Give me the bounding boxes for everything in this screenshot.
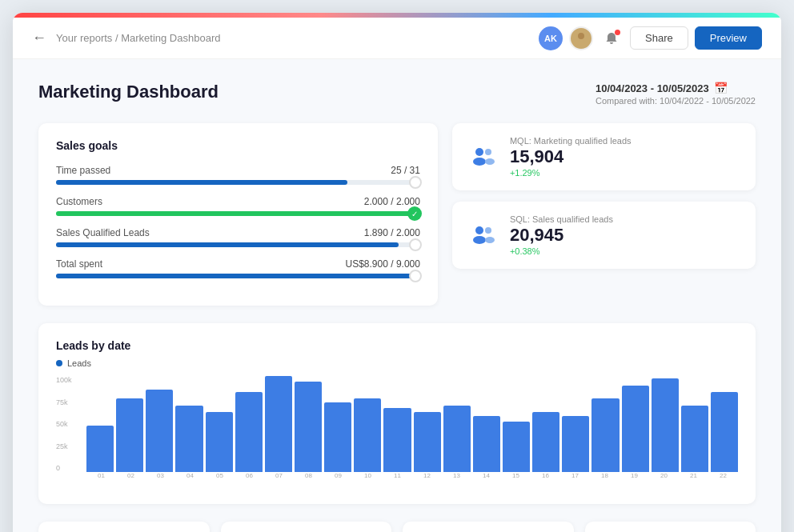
mql-icon: [468, 142, 499, 172]
sql-info: SQL: Sales qualified leads 20,945 +0.38%: [510, 214, 613, 256]
bar-col: [324, 376, 351, 472]
svg-point-3: [473, 158, 486, 166]
y-label: 75k: [56, 398, 85, 406]
x-label: 12: [412, 472, 442, 488]
bar: [532, 412, 559, 472]
x-label: 19: [620, 472, 649, 488]
bar: [175, 406, 203, 472]
bar: [562, 416, 589, 472]
goal-row: Time passed25 / 31: [56, 165, 420, 185]
bar-col: [591, 376, 619, 472]
share-button[interactable]: Share: [630, 26, 688, 50]
x-label: 07: [264, 472, 294, 488]
bar: [503, 422, 530, 472]
top-cards-row: Sales goals Time passed25 / 31Customers2…: [38, 123, 756, 306]
date-range[interactable]: 10/04/2023 - 10/05/2023 📅 Compared with:…: [596, 82, 756, 106]
x-label: 21: [679, 472, 708, 488]
y-label: 25k: [56, 442, 85, 450]
bottom-metric-card: Total spentUS$ 50,345+4.84%: [403, 522, 574, 532]
goals-container: Time passed25 / 31Customers2.000 / 2.000…: [56, 165, 420, 278]
notification-button[interactable]: [600, 26, 624, 50]
x-label: 17: [560, 472, 590, 488]
bar: [206, 412, 233, 472]
bar-col: [175, 376, 203, 472]
goal-label: Total spent: [56, 258, 102, 270]
main-window: ← Your reports / Marketing Dashboard AK …: [13, 13, 781, 532]
bar-col: [503, 376, 530, 472]
dashboard-header: Marketing Dashboard 10/04/2023 - 10/05/2…: [38, 82, 756, 106]
svg-point-2: [475, 148, 483, 156]
bar-col: [532, 376, 559, 472]
y-axis-labels: 100k75k50k25k0: [56, 376, 85, 472]
bar: [473, 416, 500, 472]
bar: [711, 392, 738, 472]
bar: [116, 398, 143, 472]
date-compare: Compared with: 10/04/2022 - 10/05/2022: [596, 96, 756, 106]
progress-fill: [56, 242, 399, 247]
bar: [443, 406, 471, 472]
x-label: 01: [86, 472, 116, 488]
mql-label: MQL: Marketing qualified leads: [510, 136, 632, 146]
progress-circle: [409, 270, 422, 282]
bar-col: [562, 376, 589, 472]
sales-goals-title: Sales goals: [56, 139, 420, 152]
goal-label: Time passed: [56, 165, 110, 176]
mql-card: MQL: Marketing qualified leads 15,904 +1…: [452, 123, 756, 190]
back-button[interactable]: ←: [32, 30, 46, 46]
mql-change: +1.29%: [510, 168, 632, 178]
bar-col: [414, 376, 441, 472]
bottom-metric-card: Bounce rate12,09%-1.92%: [38, 522, 210, 532]
progress-circle: [409, 176, 422, 189]
sql-value: 20,945: [510, 226, 613, 245]
avatar-ak: AK: [539, 26, 563, 50]
bar: [622, 386, 649, 472]
bar-col: [473, 376, 500, 472]
bar-col: [622, 376, 649, 472]
bottom-metric-card: CTR12,43%+9.72%: [221, 522, 392, 532]
svg-point-6: [475, 226, 483, 234]
svg-point-0: [578, 33, 584, 39]
svg-point-5: [485, 158, 495, 165]
bar: [265, 376, 292, 472]
x-label: 08: [294, 472, 323, 488]
x-label: 13: [442, 472, 471, 488]
date-main: 10/04/2023 - 10/05/2023 📅: [596, 82, 756, 94]
x-axis-labels: 0102030405060708091011121314151617181920…: [86, 472, 738, 488]
progress-track: ✓: [56, 211, 420, 216]
bar: [235, 392, 263, 472]
goal-row: Sales Qualified Leads1.890 / 2.000: [56, 227, 420, 247]
bar: [354, 398, 381, 472]
x-label: 14: [471, 472, 501, 488]
goal-value: 25 / 31: [391, 165, 420, 176]
chart-area: 100k75k50k25k0 0102030405060708091011121…: [56, 376, 738, 488]
progress-track: [56, 180, 420, 185]
bar-col: [354, 376, 381, 472]
progress-circle: [409, 238, 422, 251]
bar-col: [146, 376, 173, 472]
leads-chart-card: Leads by date Leads 100k75k50k25k0 01020…: [38, 323, 756, 504]
progress-track: [56, 274, 420, 278]
y-label: 100k: [56, 376, 85, 384]
bar-col: [86, 376, 114, 472]
bar-col: [652, 376, 679, 472]
progress-fill: [56, 180, 347, 185]
svg-point-4: [485, 149, 491, 155]
bottom-metrics-row: Bounce rate12,09%-1.92%CTR12,43%+9.72%To…: [38, 522, 756, 532]
sql-icon: [468, 220, 499, 250]
bar-col: [265, 376, 292, 472]
bar-col: [235, 376, 263, 472]
bar: [295, 382, 322, 472]
breadcrumb: Your reports / Marketing Dashboard: [56, 32, 539, 44]
bar: [146, 390, 173, 472]
bar-col: [711, 376, 738, 472]
sql-change: +0.38%: [510, 246, 613, 256]
chart-legend: Leads: [56, 358, 738, 368]
bars-area: [86, 376, 738, 472]
header-right: AK Share Preview: [539, 26, 762, 50]
x-label: 22: [708, 472, 738, 488]
bar-col: [206, 376, 233, 472]
x-label: 06: [235, 472, 264, 488]
preview-button[interactable]: Preview: [695, 26, 762, 50]
bar: [681, 406, 708, 472]
chart-title: Leads by date: [56, 339, 738, 352]
